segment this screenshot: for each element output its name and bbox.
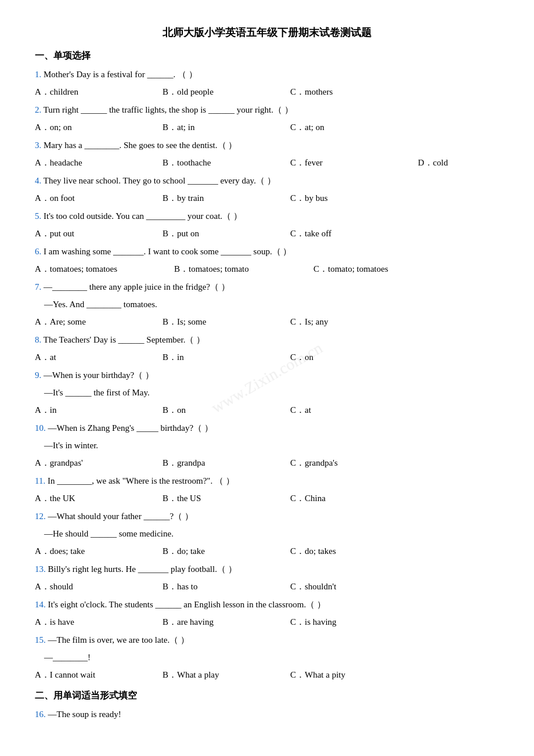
question-3: 3. Mary has a ________. She goes to see … [35, 138, 499, 153]
question-10: 10. —When is Zhang Peng's _____ birthday… [35, 420, 499, 436]
options-4: A．on foot B．by train C．by bus [35, 190, 499, 206]
options-15: A．I cannot wait B．What a play C．What a p… [35, 667, 499, 683]
question-12-line2: —He should ______ some medicine. [35, 526, 499, 542]
options-1: A．children B．old people C．mothers [35, 84, 499, 100]
question-14: 14. It's eight o'clock. The students ___… [35, 597, 499, 613]
options-2: A．on; on B．at; in C．at; on [35, 120, 499, 135]
question-10-line2: —It's in winter. [35, 438, 499, 453]
section1-header: 一、单项选择 [35, 48, 499, 64]
question-4: 4. They live near school. They go to sch… [35, 173, 499, 189]
page-title: 北师大版小学英语五年级下册期末试卷测试题 [35, 23, 499, 42]
question-2: 2. Turn right ______ the traffic lights,… [35, 102, 499, 118]
question-7: 7. —________ there any apple juice in th… [35, 279, 499, 295]
question-7-line2: —Yes. And ________ tomatoes. [35, 297, 499, 312]
options-5: A．put out B．put on C．take off [35, 226, 499, 242]
question-16: 16. —The soup is ready! [35, 707, 499, 722]
question-6: 6. I am washing some _______. I want to … [35, 244, 499, 260]
question-9-line2: —It's ______ the first of May. [35, 385, 499, 401]
options-11: A．the UK B．the US C．China [35, 491, 499, 506]
question-1: 1. Mother's Day is a festival for ______… [35, 67, 499, 82]
question-5: 5. It's too cold outside. You can ______… [35, 208, 499, 224]
question-15: 15. —The film is over, we are too late.（… [35, 632, 499, 648]
question-12: 12. —What should your father ______?（ ） [35, 509, 499, 524]
options-7: A．Are; some B．Is; some C．Is; any [35, 314, 499, 330]
question-9: 9. —When is your birthday?（ ） [35, 368, 499, 383]
options-14: A．is have B．are having C．is having [35, 614, 499, 630]
options-10: A．grandpas' B．grandpa C．grandpa's [35, 455, 499, 471]
options-3: A．headache B．toothache C．fever D．cold [35, 155, 499, 171]
question-11: 11. In ________, we ask "Where is the re… [35, 473, 499, 489]
options-6: A．tomatoes; tomatoes B．tomatoes; tomato … [35, 261, 499, 277]
options-12: A．does; take B．do; take C．do; takes [35, 543, 499, 559]
question-13: 13. Billy's right leg hurts. He _______ … [35, 561, 499, 577]
question-8: 8. The Teachers' Day is ______ September… [35, 332, 499, 348]
options-9: A．in B．on C．at [35, 402, 499, 418]
options-8: A．at B．in C．on [35, 350, 499, 365]
options-13: A．should B．has to C．shouldn't [35, 579, 499, 595]
question-15-line2: —________! [35, 650, 499, 665]
section2-header: 二、用单词适当形式填空 [35, 687, 499, 704]
